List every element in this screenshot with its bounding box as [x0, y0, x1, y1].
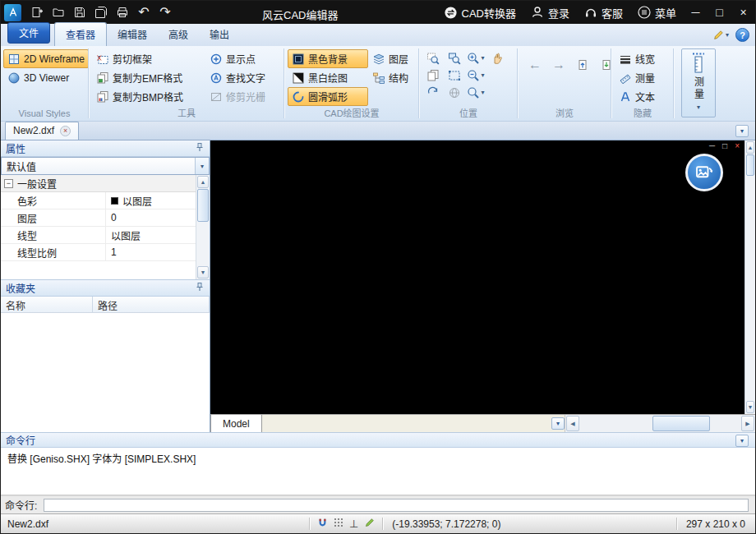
scroll-up-button[interactable]: ▲: [197, 176, 209, 188]
layers-button[interactable]: 图层: [368, 49, 413, 68]
trim-raster-button[interactable]: 修剪光栅: [205, 87, 270, 106]
structure-button[interactable]: 结构: [368, 68, 413, 87]
favorites-list[interactable]: [1, 313, 210, 432]
canvas-horizontal-scrollbar[interactable]: ◀ ▶: [565, 415, 755, 432]
property-value[interactable]: 以图层: [106, 192, 196, 209]
combo-arrow-icon[interactable]: ▾: [195, 158, 209, 174]
view-back-button[interactable]: ←: [524, 56, 546, 73]
scroll-down-button[interactable]: ▼: [746, 401, 754, 413]
property-grid-scrollbar[interactable]: ▲ ▼: [196, 175, 210, 279]
screenshot-convert-button[interactable]: [685, 154, 723, 191]
smooth-arc-button[interactable]: 圆滑弧形: [288, 87, 368, 106]
zoom-options-button[interactable]: ▾: [465, 84, 486, 101]
scroll-right-button[interactable]: ▶: [741, 416, 754, 431]
scrollbar-thumb[interactable]: [197, 189, 209, 222]
tab-output[interactable]: 输出: [199, 23, 240, 46]
pan-button[interactable]: [486, 49, 508, 67]
property-group-row[interactable]: − 一般设置: [1, 175, 196, 192]
scrollbar-thumb[interactable]: [746, 154, 754, 176]
open-file-button[interactable]: [48, 2, 69, 23]
black-background-button[interactable]: 黑色背景: [288, 49, 368, 68]
undo-button[interactable]: ↶: [133, 2, 154, 23]
favorites-name-column[interactable]: 名称: [1, 297, 93, 312]
wireframe-2d-button[interactable]: 2D Wireframe: [3, 49, 89, 68]
document-tab-close-icon[interactable]: ×: [60, 126, 71, 136]
property-row[interactable]: 线型 以图层: [1, 227, 196, 244]
command-input[interactable]: [44, 499, 749, 512]
scrollbar-track[interactable]: [196, 222, 210, 265]
chevron-down-icon: ▾: [697, 104, 700, 111]
maximize-button[interactable]: □: [708, 1, 731, 24]
snap-magnet-icon[interactable]: [317, 518, 328, 531]
cad-converter-button[interactable]: CAD转换器: [436, 1, 523, 24]
print-button[interactable]: [112, 2, 133, 23]
zoom-out-button[interactable]: ▾: [465, 67, 486, 84]
canvas-minimize-icon[interactable]: ─: [709, 141, 715, 150]
favorites-path-column[interactable]: 路径: [93, 297, 210, 312]
help-button[interactable]: ?: [735, 28, 749, 42]
close-button[interactable]: ×: [731, 1, 755, 24]
clip-frame-button[interactable]: 剪切框架: [92, 49, 205, 68]
scroll-down-button[interactable]: ▼: [197, 266, 209, 279]
grid-snap-icon[interactable]: [334, 518, 343, 530]
text-toggle-button[interactable]: 文本: [615, 87, 659, 106]
show-points-button[interactable]: 显示点: [205, 49, 270, 68]
command-collapse-chevron-button[interactable]: ▾: [735, 435, 749, 447]
tab-viewer[interactable]: 查看器: [54, 22, 107, 46]
line-width-button[interactable]: 线宽: [615, 49, 659, 68]
drawing-canvas[interactable]: ─ □ ×: [210, 140, 744, 414]
property-preset-select[interactable]: 默认值 ▾: [1, 157, 210, 175]
zoom-in-button[interactable]: ▾: [465, 49, 486, 67]
property-row[interactable]: 图层 0: [1, 209, 196, 227]
minimize-button[interactable]: ─: [684, 1, 708, 24]
ortho-mode-icon[interactable]: ⊥: [349, 518, 358, 529]
view-forward-button[interactable]: →: [548, 56, 569, 73]
canvas-restore-icon[interactable]: □: [722, 141, 727, 150]
customize-toolbar-button[interactable]: ▾: [712, 30, 729, 41]
document-tab[interactable]: New2.dxf ×: [5, 122, 79, 140]
rotate-view-button[interactable]: [422, 84, 444, 101]
pin-icon[interactable]: [195, 282, 205, 294]
property-value[interactable]: 1: [106, 244, 196, 260]
zoom-extents-button[interactable]: [422, 49, 444, 67]
scroll-up-button[interactable]: ▲: [746, 141, 754, 154]
zoom-window-button[interactable]: [444, 49, 465, 67]
customer-service-button[interactable]: 客服: [577, 1, 630, 24]
tab-file[interactable]: 文件: [7, 22, 50, 44]
viewer-3d-button[interactable]: 3D Viewer: [3, 68, 89, 87]
collapse-box-icon[interactable]: −: [4, 179, 13, 188]
new-file-button[interactable]: [26, 2, 48, 23]
property-row[interactable]: 线型比例 1: [1, 244, 196, 261]
zoom-selection-button[interactable]: [444, 67, 465, 84]
login-button[interactable]: 登录: [523, 1, 577, 24]
zoom-previous-button[interactable]: [422, 67, 444, 84]
draw-pencil-icon[interactable]: [364, 518, 375, 531]
scrollbar-thumb[interactable]: [652, 416, 710, 431]
tab-editor[interactable]: 编辑器: [107, 23, 158, 46]
measure-toggle-button[interactable]: 测量: [615, 68, 659, 87]
redo-button[interactable]: ↷: [154, 2, 176, 23]
bw-drawing-button[interactable]: 黑白绘图: [288, 68, 368, 87]
save-all-button[interactable]: [90, 2, 112, 23]
menu-button[interactable]: 菜单: [630, 1, 684, 24]
tab-advanced[interactable]: 高级: [158, 23, 199, 46]
copy-emf-button[interactable]: 复制为EMF格式: [92, 68, 205, 87]
scroll-left-button[interactable]: ◀: [566, 416, 579, 431]
previous-view-button[interactable]: [572, 56, 593, 73]
property-value[interactable]: 以图层: [106, 227, 196, 243]
globe-view-button[interactable]: [444, 84, 465, 101]
copy-bmp-button[interactable]: 复制为BMP格式: [92, 87, 205, 106]
measure-big-button[interactable]: 测量 ▾: [681, 48, 716, 117]
tab-list-chevron-button[interactable]: ▾: [735, 125, 749, 137]
pin-icon[interactable]: [195, 142, 205, 154]
property-row[interactable]: 色彩 以图层: [1, 192, 196, 209]
layout-list-chevron-button[interactable]: ▾: [551, 417, 565, 430]
scrollbar-track[interactable]: [580, 415, 740, 432]
scrollbar-track[interactable]: [745, 176, 755, 400]
canvas-close-icon[interactable]: ×: [735, 141, 740, 150]
canvas-vertical-scrollbar[interactable]: ▲ ▼: [744, 140, 755, 414]
property-value[interactable]: 0: [106, 209, 196, 226]
save-button[interactable]: [69, 2, 90, 23]
find-text-button[interactable]: 查找文字: [205, 68, 270, 87]
model-tab[interactable]: Model: [210, 415, 262, 432]
